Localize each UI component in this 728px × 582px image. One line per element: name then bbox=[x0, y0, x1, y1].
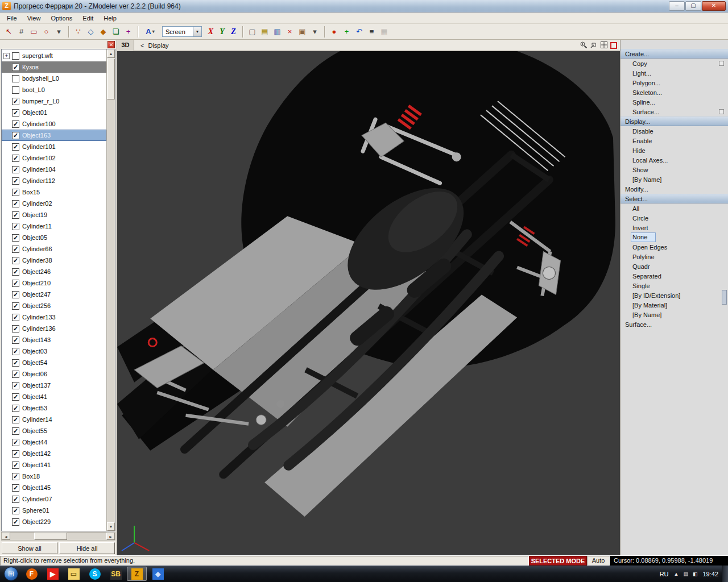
menu-view[interactable]: View bbox=[22, 14, 46, 23]
import-export-menu-icon[interactable]: ▾ bbox=[309, 26, 321, 38]
tree-item[interactable]: ✓Cylinder101 bbox=[2, 141, 106, 152]
visibility-checkbox[interactable]: ✓ bbox=[12, 155, 19, 162]
visibility-checkbox[interactable]: ✓ bbox=[12, 200, 19, 207]
tree-item[interactable]: ✓Box15 bbox=[2, 186, 106, 198]
explorer-icon[interactable]: ▭ bbox=[64, 567, 84, 581]
visibility-checkbox[interactable]: ✓ bbox=[12, 416, 19, 423]
right-menu-item[interactable]: Display... bbox=[621, 117, 728, 126]
tree-item[interactable]: ✓Object19 bbox=[2, 209, 106, 221]
scroll-down-button[interactable]: ▼ bbox=[107, 522, 115, 531]
visibility-checkbox[interactable]: ✓ bbox=[12, 427, 19, 435]
viewport-3d-tab[interactable]: 3D bbox=[117, 40, 134, 51]
tree-item[interactable]: ✓Cylinder14 bbox=[2, 414, 106, 425]
visibility-checkbox[interactable]: ✓ bbox=[12, 291, 19, 298]
right-menu-item[interactable]: [By Name] bbox=[621, 310, 728, 319]
visibility-checkbox[interactable]: ✓ bbox=[12, 132, 19, 139]
visibility-checkbox[interactable]: ✓ bbox=[12, 98, 19, 105]
visibility-checkbox[interactable]: ✓ bbox=[12, 120, 19, 128]
scroll-up-button[interactable]: ▲ bbox=[107, 49, 115, 58]
tree-item[interactable]: ✓Cylinder11 bbox=[2, 221, 106, 232]
tree-item[interactable]: ✓Object54 bbox=[2, 357, 106, 368]
visibility-checkbox[interactable]: ✓ bbox=[12, 211, 19, 219]
tree-item[interactable]: ✓Object210 bbox=[2, 277, 106, 289]
tree-item[interactable]: ✓Cylinder102 bbox=[2, 152, 106, 164]
close-panel-button[interactable]: ✕ bbox=[107, 41, 115, 48]
help-icon[interactable]: ▦ bbox=[378, 26, 390, 38]
expander-icon[interactable]: + bbox=[3, 53, 10, 59]
select-single-icon[interactable]: ↖ bbox=[3, 26, 15, 38]
right-menu-item[interactable]: Disable bbox=[621, 126, 728, 136]
visibility-checkbox[interactable]: ✓ bbox=[12, 348, 19, 355]
new-file-icon[interactable]: ▢ bbox=[246, 26, 258, 38]
right-menu-item[interactable]: Single bbox=[621, 281, 728, 290]
objects-level-icon[interactable]: ❏ bbox=[110, 26, 122, 38]
edges-level-icon[interactable]: ◇ bbox=[85, 26, 97, 38]
local-axes-icon[interactable]: + bbox=[122, 26, 134, 38]
tree-item[interactable]: ✓Object41 bbox=[2, 391, 106, 402]
visibility-checkbox[interactable]: ✓ bbox=[12, 177, 19, 185]
visibility-checkbox[interactable]: ✓ bbox=[12, 64, 19, 71]
zoom-icon[interactable] bbox=[580, 41, 588, 50]
maximize-viewport-button[interactable] bbox=[610, 42, 617, 49]
right-menu-item[interactable]: Circle bbox=[621, 213, 728, 223]
select-options-icon[interactable]: ▾ bbox=[53, 26, 65, 38]
vertices-level-icon[interactable]: ∵ bbox=[72, 26, 84, 38]
hide-all-button[interactable]: Hide all bbox=[59, 542, 115, 554]
visibility-checkbox[interactable]: ✓ bbox=[12, 484, 19, 492]
visibility-checkbox[interactable]: ✓ bbox=[12, 246, 19, 253]
font-tool-button[interactable]: A ▾ bbox=[142, 26, 159, 38]
visibility-checkbox[interactable]: ✓ bbox=[12, 234, 19, 242]
auto-mode-button[interactable]: Auto bbox=[587, 556, 610, 566]
zmodeler-icon[interactable]: Z bbox=[127, 567, 147, 581]
visibility-checkbox[interactable]: ✓ bbox=[12, 336, 19, 344]
tree-item[interactable]: +supergt.wft bbox=[2, 50, 106, 61]
input-tray-icon[interactable]: ◧ bbox=[693, 571, 698, 577]
media-icon[interactable]: ▶ bbox=[43, 567, 63, 581]
tree-item[interactable]: ✓Cylinder133 bbox=[2, 311, 106, 323]
tree-item[interactable]: ✓Cylinder07 bbox=[2, 493, 106, 505]
tree-item[interactable]: ✓Object256 bbox=[2, 300, 106, 311]
right-menu-item[interactable]: Copy bbox=[621, 59, 728, 68]
tree-item[interactable]: ✓Object145 bbox=[2, 482, 106, 493]
material-editor-icon[interactable]: ● bbox=[328, 26, 340, 38]
visibility-checkbox[interactable] bbox=[12, 75, 19, 82]
tree-item[interactable]: ✓Object229 bbox=[2, 516, 106, 527]
undo-icon[interactable]: ↶ bbox=[353, 26, 365, 38]
visibility-checkbox[interactable]: ✓ bbox=[12, 393, 19, 401]
scrollbar-thumb[interactable] bbox=[34, 533, 67, 540]
pan-icon[interactable] bbox=[590, 41, 598, 50]
select-quadr-icon[interactable]: ▭ bbox=[28, 26, 40, 38]
tree-item[interactable]: ✓Cylinder112 bbox=[2, 175, 106, 186]
visibility-checkbox[interactable]: ✓ bbox=[12, 462, 19, 469]
tree-item[interactable]: bodyshell_L0 bbox=[2, 73, 106, 84]
viewport-canvas[interactable] bbox=[117, 51, 620, 555]
right-menu-item[interactable]: Select... bbox=[621, 194, 728, 203]
menu-scrollbar[interactable] bbox=[721, 40, 728, 555]
tree-item[interactable]: ✓Object01 bbox=[2, 107, 106, 118]
tree-item[interactable]: ✓Object55 bbox=[2, 425, 106, 436]
visibility-checkbox[interactable]: ✓ bbox=[12, 268, 19, 276]
right-menu-item[interactable]: Polygon... bbox=[621, 78, 728, 88]
visibility-checkbox[interactable]: ✓ bbox=[12, 496, 19, 503]
tree-item[interactable]: ✓Cylinder38 bbox=[2, 255, 106, 266]
app-sb-icon[interactable]: SB bbox=[106, 567, 126, 581]
delete-icon[interactable]: × bbox=[284, 26, 296, 38]
visibility-checkbox[interactable]: ✓ bbox=[12, 302, 19, 310]
scrollbar-thumb[interactable] bbox=[722, 290, 727, 305]
close-button[interactable]: ✕ bbox=[702, 1, 726, 11]
minimize-button[interactable]: – bbox=[669, 1, 685, 11]
right-menu-item[interactable]: Enable bbox=[621, 136, 728, 146]
language-indicator[interactable]: RU bbox=[660, 571, 669, 577]
visibility-checkbox[interactable]: ✓ bbox=[12, 143, 19, 151]
right-menu-item[interactable]: Surface... bbox=[621, 107, 728, 117]
visibility-checkbox[interactable]: ✓ bbox=[12, 223, 19, 230]
right-menu-item[interactable]: Hide bbox=[621, 146, 728, 155]
right-menu-item[interactable]: Create... bbox=[621, 49, 728, 59]
visibility-checkbox[interactable]: ✓ bbox=[12, 439, 19, 446]
visibility-checkbox[interactable]: ✓ bbox=[12, 371, 19, 378]
select-circle-icon[interactable]: ○ bbox=[40, 26, 52, 38]
right-menu-item[interactable]: Light... bbox=[621, 68, 728, 78]
tree-item[interactable]: ✓Object246 bbox=[2, 266, 106, 277]
firefox-icon[interactable]: F bbox=[22, 567, 42, 581]
visibility-checkbox[interactable]: ✓ bbox=[12, 450, 19, 458]
